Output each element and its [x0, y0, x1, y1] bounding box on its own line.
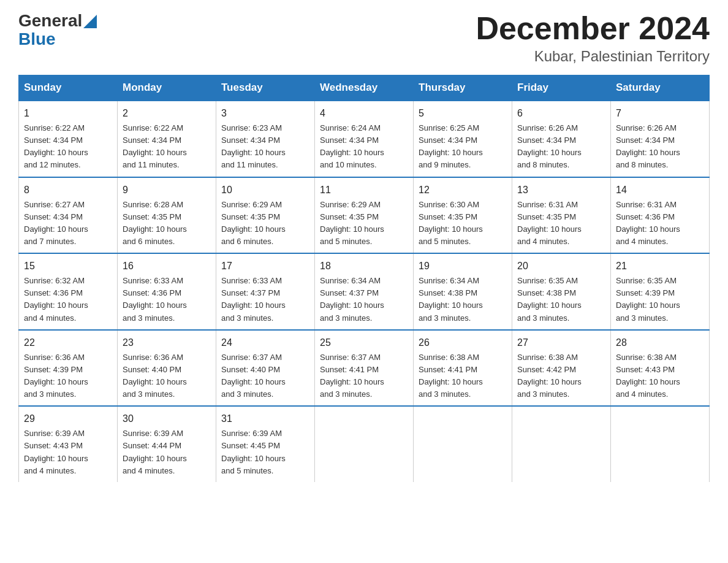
- calendar-cell: 12Sunrise: 6:30 AMSunset: 4:35 PMDayligh…: [414, 177, 512, 254]
- day-number: 3: [221, 106, 309, 121]
- day-info: Sunrise: 6:35 AMSunset: 4:38 PMDaylight:…: [517, 276, 582, 322]
- day-info: Sunrise: 6:28 AMSunset: 4:35 PMDaylight:…: [123, 200, 187, 246]
- day-number: 24: [221, 335, 309, 350]
- day-info: Sunrise: 6:25 AMSunset: 4:34 PMDaylight:…: [419, 123, 483, 169]
- day-number: 7: [616, 106, 704, 121]
- calendar-cell: 14Sunrise: 6:31 AMSunset: 4:36 PMDayligh…: [611, 177, 710, 254]
- calendar-cell: 28Sunrise: 6:38 AMSunset: 4:43 PMDayligh…: [611, 330, 710, 407]
- calendar-cell: 20Sunrise: 6:35 AMSunset: 4:38 PMDayligh…: [512, 253, 611, 330]
- day-number: 8: [24, 183, 112, 197]
- page-header: General Blue December 2024 Kubar, Palest…: [18, 12, 710, 65]
- day-info: Sunrise: 6:23 AMSunset: 4:34 PMDaylight:…: [221, 123, 286, 169]
- day-number: 26: [419, 335, 507, 350]
- col-header-saturday: Saturday: [611, 75, 710, 101]
- day-number: 29: [24, 412, 112, 426]
- day-info: Sunrise: 6:36 AMSunset: 4:40 PMDaylight:…: [123, 353, 187, 399]
- day-info: Sunrise: 6:31 AMSunset: 4:35 PMDaylight:…: [517, 200, 582, 246]
- day-number: 18: [320, 259, 408, 274]
- day-number: 5: [419, 106, 507, 121]
- week-row-1: 1Sunrise: 6:22 AMSunset: 4:34 PMDaylight…: [19, 101, 710, 177]
- day-info: Sunrise: 6:38 AMSunset: 4:41 PMDaylight:…: [419, 353, 483, 399]
- day-info: Sunrise: 6:36 AMSunset: 4:39 PMDaylight:…: [24, 353, 88, 399]
- day-number: 27: [517, 335, 605, 350]
- col-header-monday: Monday: [118, 75, 216, 101]
- day-number: 6: [517, 106, 605, 121]
- logo-general: General: [18, 12, 82, 29]
- calendar-cell: 6Sunrise: 6:26 AMSunset: 4:34 PMDaylight…: [512, 101, 611, 177]
- calendar-cell: [315, 406, 414, 482]
- day-number: 25: [320, 335, 408, 350]
- day-info: Sunrise: 6:37 AMSunset: 4:40 PMDaylight:…: [221, 353, 286, 399]
- calendar-cell: 25Sunrise: 6:37 AMSunset: 4:41 PMDayligh…: [315, 330, 414, 407]
- calendar-cell: 17Sunrise: 6:33 AMSunset: 4:37 PMDayligh…: [216, 253, 315, 330]
- calendar-cell: 26Sunrise: 6:38 AMSunset: 4:41 PMDayligh…: [414, 330, 512, 407]
- calendar-cell: [414, 406, 512, 482]
- calendar-cell: 27Sunrise: 6:38 AMSunset: 4:42 PMDayligh…: [512, 330, 611, 407]
- calendar-cell: 2Sunrise: 6:22 AMSunset: 4:34 PMDaylight…: [118, 101, 216, 177]
- col-header-thursday: Thursday: [414, 75, 512, 101]
- calendar-cell: 16Sunrise: 6:33 AMSunset: 4:36 PMDayligh…: [118, 253, 216, 330]
- day-info: Sunrise: 6:24 AMSunset: 4:34 PMDaylight:…: [320, 123, 384, 169]
- day-number: 19: [419, 259, 507, 274]
- day-number: 13: [517, 183, 605, 197]
- day-info: Sunrise: 6:26 AMSunset: 4:34 PMDaylight:…: [616, 123, 680, 169]
- location-title: Kubar, Palestinian Territory: [476, 48, 710, 65]
- calendar-cell: 19Sunrise: 6:34 AMSunset: 4:38 PMDayligh…: [414, 253, 512, 330]
- day-info: Sunrise: 6:30 AMSunset: 4:35 PMDaylight:…: [419, 200, 483, 246]
- col-header-sunday: Sunday: [19, 75, 118, 101]
- calendar-cell: 3Sunrise: 6:23 AMSunset: 4:34 PMDaylight…: [216, 101, 315, 177]
- day-info: Sunrise: 6:39 AMSunset: 4:44 PMDaylight:…: [123, 429, 187, 475]
- day-info: Sunrise: 6:34 AMSunset: 4:37 PMDaylight:…: [320, 276, 384, 322]
- day-info: Sunrise: 6:22 AMSunset: 4:34 PMDaylight:…: [123, 123, 187, 169]
- day-number: 21: [616, 259, 704, 274]
- logo-blue: Blue: [18, 29, 56, 49]
- calendar-cell: 18Sunrise: 6:34 AMSunset: 4:37 PMDayligh…: [315, 253, 414, 330]
- week-row-2: 8Sunrise: 6:27 AMSunset: 4:34 PMDaylight…: [19, 177, 710, 254]
- calendar-header-row: SundayMondayTuesdayWednesdayThursdayFrid…: [19, 75, 710, 101]
- title-block: December 2024 Kubar, Palestinian Territo…: [476, 12, 710, 65]
- calendar-cell: 15Sunrise: 6:32 AMSunset: 4:36 PMDayligh…: [19, 253, 118, 330]
- day-info: Sunrise: 6:29 AMSunset: 4:35 PMDaylight:…: [320, 200, 384, 246]
- day-info: Sunrise: 6:29 AMSunset: 4:35 PMDaylight:…: [221, 200, 286, 246]
- day-number: 31: [221, 412, 309, 426]
- day-number: 16: [123, 259, 211, 274]
- calendar-cell: 5Sunrise: 6:25 AMSunset: 4:34 PMDaylight…: [414, 101, 512, 177]
- calendar-table: SundayMondayTuesdayWednesdayThursdayFrid…: [18, 75, 710, 482]
- day-number: 30: [123, 412, 211, 426]
- day-info: Sunrise: 6:39 AMSunset: 4:43 PMDaylight:…: [24, 429, 88, 475]
- calendar-cell: 13Sunrise: 6:31 AMSunset: 4:35 PMDayligh…: [512, 177, 611, 254]
- calendar-cell: 9Sunrise: 6:28 AMSunset: 4:35 PMDaylight…: [118, 177, 216, 254]
- calendar-cell: 11Sunrise: 6:29 AMSunset: 4:35 PMDayligh…: [315, 177, 414, 254]
- day-number: 2: [123, 106, 211, 121]
- calendar-cell: 4Sunrise: 6:24 AMSunset: 4:34 PMDaylight…: [315, 101, 414, 177]
- day-info: Sunrise: 6:32 AMSunset: 4:36 PMDaylight:…: [24, 276, 88, 322]
- day-info: Sunrise: 6:38 AMSunset: 4:43 PMDaylight:…: [616, 353, 680, 399]
- calendar-cell: 29Sunrise: 6:39 AMSunset: 4:43 PMDayligh…: [19, 406, 118, 482]
- day-info: Sunrise: 6:27 AMSunset: 4:34 PMDaylight:…: [24, 200, 88, 246]
- day-info: Sunrise: 6:31 AMSunset: 4:36 PMDaylight:…: [616, 200, 680, 246]
- day-info: Sunrise: 6:33 AMSunset: 4:37 PMDaylight:…: [221, 276, 286, 322]
- logo-triangle-icon: [83, 15, 97, 28]
- day-number: 15: [24, 259, 112, 274]
- calendar-cell: 31Sunrise: 6:39 AMSunset: 4:45 PMDayligh…: [216, 406, 315, 482]
- day-number: 1: [24, 106, 112, 121]
- day-number: 10: [221, 183, 309, 197]
- calendar-cell: [512, 406, 611, 482]
- day-number: 23: [123, 335, 211, 350]
- calendar-cell: 21Sunrise: 6:35 AMSunset: 4:39 PMDayligh…: [611, 253, 710, 330]
- calendar-cell: 7Sunrise: 6:26 AMSunset: 4:34 PMDaylight…: [611, 101, 710, 177]
- week-row-4: 22Sunrise: 6:36 AMSunset: 4:39 PMDayligh…: [19, 330, 710, 407]
- calendar-cell: 30Sunrise: 6:39 AMSunset: 4:44 PMDayligh…: [118, 406, 216, 482]
- calendar-cell: 8Sunrise: 6:27 AMSunset: 4:34 PMDaylight…: [19, 177, 118, 254]
- calendar-cell: [611, 406, 710, 482]
- day-number: 12: [419, 183, 507, 197]
- day-number: 11: [320, 183, 408, 197]
- day-info: Sunrise: 6:37 AMSunset: 4:41 PMDaylight:…: [320, 353, 384, 399]
- col-header-tuesday: Tuesday: [216, 75, 315, 101]
- col-header-wednesday: Wednesday: [315, 75, 414, 101]
- week-row-5: 29Sunrise: 6:39 AMSunset: 4:43 PMDayligh…: [19, 406, 710, 482]
- calendar-cell: 24Sunrise: 6:37 AMSunset: 4:40 PMDayligh…: [216, 330, 315, 407]
- day-info: Sunrise: 6:22 AMSunset: 4:34 PMDaylight:…: [24, 123, 88, 169]
- day-number: 22: [24, 335, 112, 350]
- svg-marker-0: [83, 15, 97, 28]
